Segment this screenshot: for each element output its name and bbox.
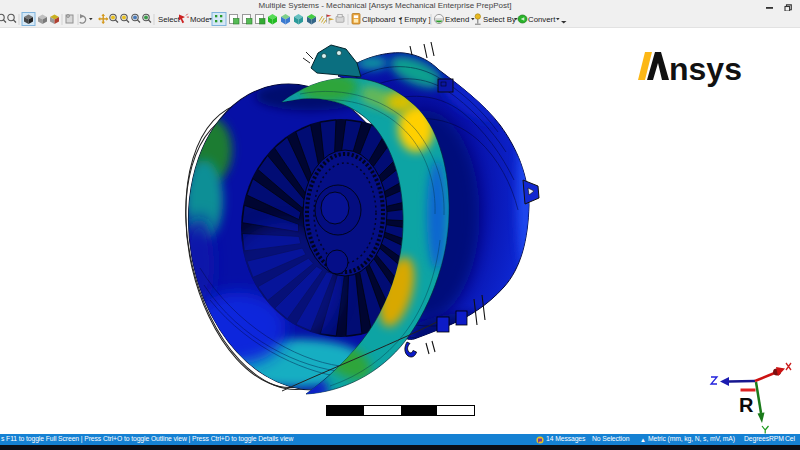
svg-text:R: R [739, 394, 754, 416]
svg-text:Select: Select [158, 15, 181, 24]
svg-text:[ Empty ]: [ Empty ] [400, 15, 431, 24]
svg-text:Mode: Mode [190, 15, 210, 24]
svg-text:Extend: Extend [445, 15, 469, 24]
svg-text:nsys: nsys [669, 51, 742, 87]
svg-text:Select By: Select By [483, 15, 516, 24]
svg-text:Clipboard: Clipboard [362, 15, 395, 24]
svg-text:Convert: Convert [528, 15, 556, 24]
